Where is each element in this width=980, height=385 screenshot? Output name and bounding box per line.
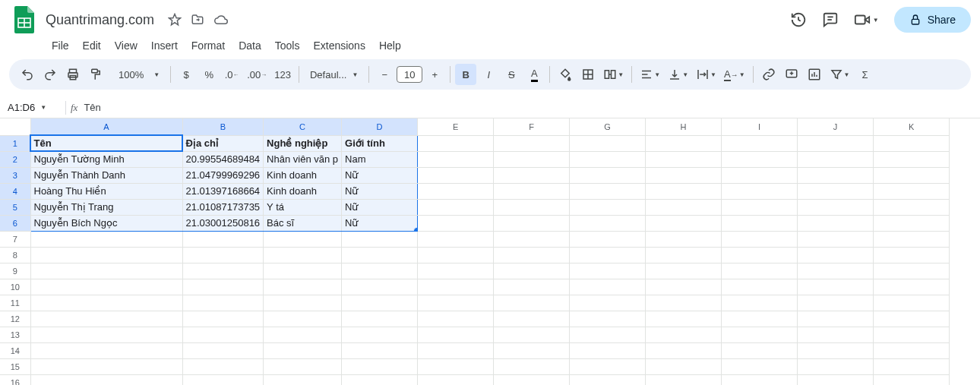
decrease-decimal-button[interactable]: .0← [221,64,242,85]
cell[interactable] [494,295,570,311]
paint-format-button[interactable] [85,64,106,85]
cell[interactable] [798,231,874,247]
cell[interactable] [342,311,418,327]
zoom-dropdown[interactable]: 100%▼ [108,64,166,85]
menu-tools[interactable]: Tools [269,36,306,55]
star-icon[interactable] [168,13,182,27]
cell[interactable] [418,327,494,342]
cell[interactable] [182,327,264,342]
cloud-icon[interactable] [213,13,229,27]
cell[interactable] [264,374,342,385]
move-icon[interactable] [191,13,204,27]
cell[interactable]: Tên [30,135,182,151]
cell[interactable] [874,279,950,295]
cell[interactable] [30,358,182,374]
cell[interactable] [646,215,722,231]
cell[interactable] [722,342,798,358]
cell[interactable] [494,374,570,385]
vertical-align-button[interactable]: ▼ [665,64,691,85]
cell[interactable] [30,342,182,358]
cell[interactable] [30,311,182,327]
cell[interactable] [646,231,722,247]
row-header-10[interactable]: 10 [0,279,30,295]
cell[interactable] [570,247,646,263]
cell[interactable] [264,295,342,311]
cell[interactable] [722,231,798,247]
undo-button[interactable] [17,64,38,85]
strikethrough-button[interactable]: S [501,64,522,85]
row-header-5[interactable]: 5 [0,199,30,215]
cell[interactable] [722,295,798,311]
cell[interactable]: Hoàng Thu Hiền [30,183,182,199]
cell[interactable] [798,247,874,263]
cell[interactable] [646,327,722,342]
cell[interactable] [342,279,418,295]
cell[interactable]: Nhân viên văn p [264,151,342,167]
col-header-B[interactable]: B [182,118,264,135]
cell[interactable] [722,151,798,167]
cell[interactable]: 21.03001250816 [182,215,264,231]
row-header-6[interactable]: 6 [0,215,30,231]
cell[interactable] [570,151,646,167]
cell[interactable] [798,358,874,374]
col-header-A[interactable]: A [30,118,182,135]
cell[interactable] [798,295,874,311]
spreadsheet-grid[interactable]: ABCDEFGHIJK1TênĐịa chỉNghề nghiệpGiới tí… [0,118,980,385]
cell[interactable]: Nguyễn Bích Ngọc [30,215,182,231]
cell[interactable] [342,263,418,279]
cell[interactable] [418,358,494,374]
menu-edit[interactable]: Edit [77,36,107,55]
col-header-J[interactable]: J [798,118,874,135]
cell[interactable] [874,231,950,247]
cell[interactable] [722,167,798,183]
row-header-13[interactable]: 13 [0,327,30,342]
cell[interactable] [418,311,494,327]
cell[interactable] [874,358,950,374]
cell[interactable] [264,247,342,263]
menu-view[interactable]: View [109,36,144,55]
sheets-logo[interactable] [9,5,40,35]
cell[interactable] [570,215,646,231]
cell[interactable] [874,247,950,263]
cell[interactable] [646,263,722,279]
col-header-G[interactable]: G [570,118,646,135]
cell[interactable] [874,183,950,199]
cell[interactable] [874,374,950,385]
increase-decimal-button[interactable]: .00→ [244,64,270,85]
cell[interactable] [646,279,722,295]
cell[interactable] [182,263,264,279]
meet-icon[interactable]: ▼ [854,11,879,28]
col-header-H[interactable]: H [646,118,722,135]
cell[interactable] [30,231,182,247]
percent-button[interactable]: % [198,64,220,85]
cell[interactable] [646,374,722,385]
row-header-3[interactable]: 3 [0,167,30,183]
cell[interactable] [264,279,342,295]
cell[interactable] [874,342,950,358]
cell[interactable]: Nguyễn Thành Danh [30,167,182,183]
cell[interactable]: Nữ [342,199,418,215]
cell[interactable] [30,247,182,263]
cell[interactable] [722,247,798,263]
cell[interactable]: 21.04799969296 [182,167,264,183]
cell[interactable] [182,342,264,358]
cell[interactable] [494,151,570,167]
cell[interactable]: Kinh doanh [264,167,342,183]
cell[interactable] [798,279,874,295]
cell[interactable]: Y tá [264,199,342,215]
insert-chart-button[interactable] [804,64,825,85]
cell[interactable] [182,295,264,311]
cell[interactable] [342,358,418,374]
cell[interactable] [722,279,798,295]
cell[interactable] [570,199,646,215]
cell[interactable] [570,183,646,199]
cell[interactable] [494,247,570,263]
row-header-15[interactable]: 15 [0,358,30,374]
cell[interactable] [182,311,264,327]
cell[interactable] [418,374,494,385]
share-button[interactable]: Share [894,7,971,33]
comment-icon[interactable] [822,11,839,28]
cell[interactable] [342,327,418,342]
cell[interactable] [494,327,570,342]
cell[interactable] [418,342,494,358]
